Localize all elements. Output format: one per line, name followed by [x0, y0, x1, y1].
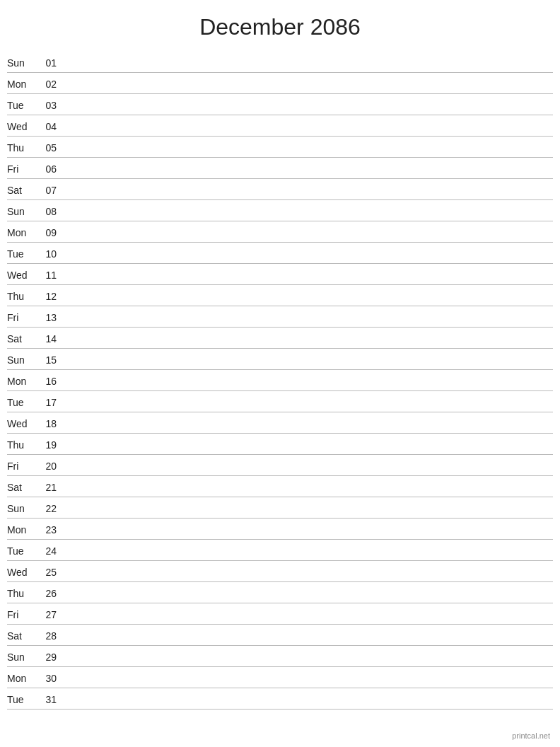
day-number: 14: [37, 333, 57, 344]
day-line: [62, 550, 553, 551]
calendar-row: Fri27: [7, 603, 553, 625]
day-line: [62, 614, 553, 615]
day-number: 22: [37, 503, 57, 514]
day-number: 09: [37, 227, 57, 238]
day-line: [62, 274, 553, 275]
day-line: [62, 253, 553, 254]
calendar-row: Mon16: [7, 370, 553, 391]
calendar-row: Fri06: [7, 158, 553, 179]
day-number: 13: [37, 312, 57, 323]
day-number: 02: [37, 79, 57, 90]
day-number: 26: [37, 588, 57, 599]
calendar-row: Fri20: [7, 455, 553, 476]
day-number: 03: [37, 100, 57, 111]
day-name: Sun: [7, 354, 37, 366]
calendar-row: Thu12: [7, 285, 553, 306]
day-name: Tue: [7, 397, 37, 408]
day-name: Tue: [7, 694, 37, 705]
day-name: Mon: [7, 79, 37, 90]
calendar-row: Wed04: [7, 115, 553, 137]
day-number: 16: [37, 376, 57, 387]
day-line: [62, 529, 553, 530]
day-number: 06: [37, 163, 57, 175]
calendar-row: Sun08: [7, 200, 553, 221]
day-name: Tue: [7, 248, 37, 260]
day-number: 20: [37, 461, 57, 472]
day-name: Fri: [7, 312, 37, 323]
day-name: Sat: [7, 333, 37, 344]
day-line: [62, 465, 553, 466]
day-name: Sun: [7, 57, 37, 69]
calendar-row: Mon02: [7, 73, 553, 94]
calendar-row: Tue03: [7, 94, 553, 115]
calendar-row: Wed11: [7, 264, 553, 285]
day-line: [62, 317, 553, 318]
calendar-row: Tue24: [7, 540, 553, 561]
calendar-row: Mon09: [7, 221, 553, 243]
day-name: Mon: [7, 376, 37, 387]
calendar-row: Sun22: [7, 497, 553, 519]
calendar-row: Tue10: [7, 243, 553, 264]
day-number: 24: [37, 545, 57, 557]
day-name: Fri: [7, 609, 37, 620]
day-name: Mon: [7, 673, 37, 684]
day-line: [62, 359, 553, 360]
day-number: 31: [37, 694, 57, 705]
day-name: Sat: [7, 482, 37, 493]
day-line: [62, 296, 553, 296]
calendar-row: Sun15: [7, 349, 553, 370]
day-line: [62, 105, 553, 105]
calendar-row: Sat14: [7, 328, 553, 349]
day-number: 08: [37, 206, 57, 217]
day-name: Tue: [7, 545, 37, 557]
day-line: [62, 147, 553, 148]
calendar-row: Fri13: [7, 306, 553, 328]
day-line: [62, 487, 553, 487]
day-number: 05: [37, 142, 57, 154]
day-number: 01: [37, 57, 57, 69]
day-number: 30: [37, 673, 57, 684]
day-number: 12: [37, 291, 57, 302]
calendar-row: Sat07: [7, 179, 553, 200]
day-number: 27: [37, 609, 57, 620]
day-line: [62, 190, 553, 190]
day-name: Sat: [7, 630, 37, 642]
day-line: [62, 168, 553, 169]
day-name: Thu: [7, 142, 37, 154]
day-line: [62, 83, 553, 84]
day-line: [62, 678, 553, 678]
calendar-row: Tue31: [7, 688, 553, 710]
day-line: [62, 508, 553, 509]
day-name: Sun: [7, 206, 37, 217]
day-number: 25: [37, 567, 57, 578]
day-number: 17: [37, 397, 57, 408]
day-name: Fri: [7, 163, 37, 175]
calendar-container: Sun01Mon02Tue03Wed04Thu05Fri06Sat07Sun08…: [0, 52, 560, 710]
calendar-row: Sun29: [7, 646, 553, 667]
day-name: Fri: [7, 461, 37, 472]
page-title: December 2086: [0, 0, 560, 52]
calendar-row: Thu05: [7, 137, 553, 158]
day-name: Sun: [7, 503, 37, 514]
day-number: 18: [37, 418, 57, 429]
day-line: [62, 232, 553, 233]
day-number: 19: [37, 439, 57, 451]
day-name: Thu: [7, 291, 37, 302]
day-name: Wed: [7, 418, 37, 429]
day-line: [62, 338, 553, 339]
day-name: Sun: [7, 652, 37, 663]
calendar-row: Sat28: [7, 625, 553, 646]
day-name: Sat: [7, 185, 37, 196]
calendar-row: Sun01: [7, 52, 553, 73]
footer-text: printcal.net: [512, 731, 550, 740]
day-line: [62, 699, 553, 700]
day-name: Mon: [7, 524, 37, 535]
calendar-row: Mon23: [7, 519, 553, 540]
day-line: [62, 381, 553, 381]
day-number: 21: [37, 482, 57, 493]
day-line: [62, 423, 553, 424]
calendar-row: Tue17: [7, 391, 553, 412]
day-number: 15: [37, 354, 57, 366]
day-number: 23: [37, 524, 57, 535]
day-number: 10: [37, 248, 57, 260]
